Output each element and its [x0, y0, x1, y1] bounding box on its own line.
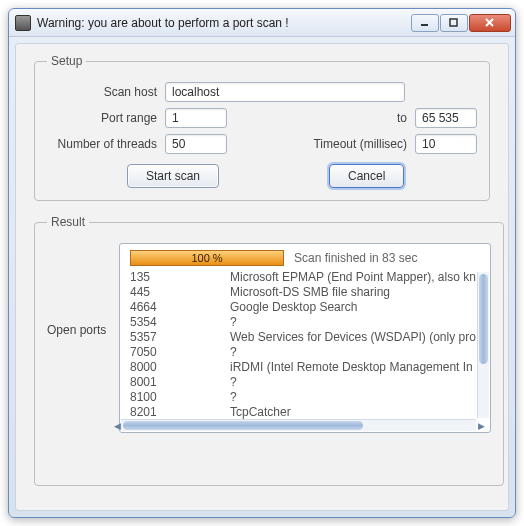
port-from-input[interactable] [165, 108, 227, 128]
port-service: ? [230, 390, 476, 405]
progress-text: 100 % [191, 252, 222, 264]
close-icon [485, 18, 495, 28]
minimize-icon [420, 18, 430, 28]
port-row[interactable]: 8000iRDMI (Intel Remote Desktop Manageme… [130, 360, 476, 375]
port-row[interactable]: 5357Web Services for Devices (WSDAPI) (o… [130, 330, 476, 345]
port-service: ? [230, 375, 476, 390]
port-range-label: Port range [47, 111, 157, 125]
port-service: iRDMI (Intel Remote Desktop Management I… [230, 360, 476, 375]
port-number: 135 [130, 270, 230, 285]
threads-input[interactable] [165, 134, 227, 154]
to-label: to [377, 111, 407, 125]
port-service: Microsoft EPMAP (End Point Mapper), also… [230, 270, 476, 285]
host-input[interactable] [165, 82, 405, 102]
scan-output-panel: 100 % Scan finished in 83 sec 135Microso… [119, 243, 491, 433]
host-label: Scan host [47, 85, 157, 99]
port-number: 5357 [130, 330, 230, 345]
port-number: 4664 [130, 300, 230, 315]
port-row[interactable]: 8201TcpCatcher [130, 405, 476, 420]
threads-label: Number of threads [47, 137, 157, 151]
dialog-window: Warning: you are about to perform a port… [8, 8, 516, 518]
scroll-left-icon[interactable]: ◀ [111, 420, 123, 431]
port-number: 7050 [130, 345, 230, 360]
timeout-input[interactable] [415, 134, 477, 154]
port-service: Web Services for Devices (WSDAPI) (only … [230, 330, 476, 345]
window-title: Warning: you are about to perform a port… [37, 16, 411, 30]
port-row[interactable]: 135Microsoft EPMAP (End Point Mapper), a… [130, 270, 476, 285]
timeout-label: Timeout (millisec) [307, 137, 407, 151]
open-ports-label: Open ports [47, 323, 111, 337]
port-number: 445 [130, 285, 230, 300]
port-service: ? [230, 315, 476, 330]
status-text: Scan finished in 83 sec [294, 251, 417, 265]
port-list[interactable]: 135Microsoft EPMAP (End Point Mapper), a… [122, 270, 490, 420]
port-number: 5354 [130, 315, 230, 330]
cancel-button[interactable]: Cancel [329, 164, 404, 188]
port-number: 8201 [130, 405, 230, 420]
titlebar[interactable]: Warning: you are about to perform a port… [9, 9, 515, 37]
close-button[interactable] [469, 14, 511, 32]
port-service: ? [230, 345, 476, 360]
result-group: Result Open ports 100 % Scan finished in… [34, 215, 504, 486]
window-buttons [411, 14, 511, 32]
port-service: Google Desktop Search [230, 300, 476, 315]
setup-legend: Setup [47, 54, 86, 68]
result-legend: Result [47, 215, 89, 229]
port-number: 8100 [130, 390, 230, 405]
port-row[interactable]: 8100? [130, 390, 476, 405]
progress-bar: 100 % [130, 250, 284, 266]
port-number: 8000 [130, 360, 230, 375]
port-service: Microsoft-DS SMB file sharing [230, 285, 476, 300]
minimize-button[interactable] [411, 14, 439, 32]
port-row[interactable]: 8001? [130, 375, 476, 390]
port-row[interactable]: 5354? [130, 315, 476, 330]
port-number: 8001 [130, 375, 230, 390]
port-row[interactable]: 445Microsoft-DS SMB file sharing [130, 285, 476, 300]
port-row[interactable]: 7050? [130, 345, 476, 360]
port-row[interactable]: 4664Google Desktop Search [130, 300, 476, 315]
vertical-scrollbar[interactable] [477, 272, 489, 418]
scroll-right-icon[interactable]: ▶ [476, 420, 488, 431]
port-to-input[interactable] [415, 108, 477, 128]
client-area: Setup Scan host Port range to Number of … [15, 43, 509, 511]
setup-group: Setup Scan host Port range to Number of … [34, 54, 490, 201]
svg-rect-1 [450, 19, 457, 26]
start-scan-button[interactable]: Start scan [127, 164, 219, 188]
maximize-icon [449, 18, 459, 28]
port-service: TcpCatcher [230, 405, 476, 420]
maximize-button[interactable] [440, 14, 468, 32]
app-icon [15, 15, 31, 31]
horizontal-scrollbar[interactable]: ◀ ▶ [121, 419, 476, 431]
